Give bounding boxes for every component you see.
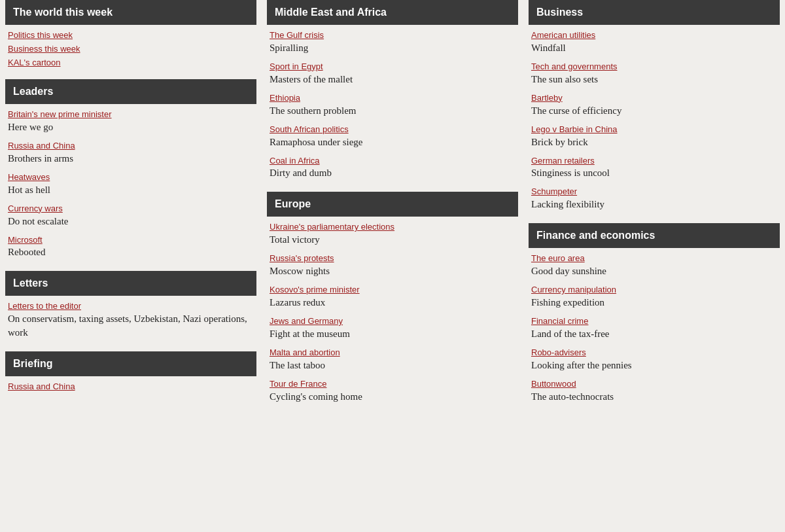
article-title: Lazarus redux bbox=[270, 296, 515, 310]
article-title: Hot as hell bbox=[8, 183, 254, 197]
article-subtitle[interactable]: Robo-advisers bbox=[531, 347, 586, 357]
section-header: Middle East and Africa bbox=[267, 0, 518, 25]
article-item: Robo-advisersLooking after the pennies bbox=[529, 347, 780, 372]
article-title: The curse of efficiency bbox=[531, 104, 777, 118]
article-subtitle[interactable]: Malta and abortion bbox=[270, 347, 340, 357]
article-title: Land of the tax-free bbox=[531, 327, 777, 341]
article-subtitle[interactable]: Letters to the editor bbox=[8, 301, 81, 311]
article-item: HeatwavesHot as hell bbox=[5, 172, 256, 197]
article-subtitle[interactable]: Russia and China bbox=[8, 141, 75, 151]
article-title: Fishing expedition bbox=[531, 296, 777, 310]
nav-link[interactable]: Politics this week bbox=[5, 30, 256, 40]
article-title: Masters of the mallet bbox=[270, 73, 515, 86]
section-0-3: BriefingRussia and China bbox=[5, 351, 256, 393]
article-item: Russia's protestsMoscow nights bbox=[267, 253, 518, 278]
article-item: Tour de FranceCycling's coming home bbox=[267, 379, 518, 404]
article-title: Brothers in arms bbox=[8, 152, 254, 166]
article-item: Lego v Barbie in ChinaBrick by brick bbox=[529, 124, 780, 149]
article-item: Currency warsDo not escalate bbox=[5, 204, 256, 228]
article-subtitle[interactable]: German retailers bbox=[531, 156, 595, 166]
article-item: BartlebyThe curse of efficiency bbox=[529, 93, 780, 118]
article-subtitle[interactable]: Currency manipulation bbox=[531, 285, 616, 294]
article-item: Britain's new prime ministerHere we go bbox=[5, 109, 256, 134]
article-subtitle[interactable]: Heatwaves bbox=[8, 172, 50, 182]
section-0-2: LettersLetters to the editorOn conservat… bbox=[5, 271, 256, 340]
article-item: Russia and ChinaBrothers in arms bbox=[5, 141, 256, 166]
article-title: The last taboo bbox=[270, 359, 515, 372]
nav-link[interactable]: KAL's cartoon bbox=[5, 58, 256, 67]
section-header: Europe bbox=[267, 192, 518, 217]
section-2-1: Finance and economicsThe euro areaGood d… bbox=[529, 223, 780, 403]
article-subtitle[interactable]: South African politics bbox=[270, 124, 349, 134]
article-title: Here we go bbox=[8, 120, 254, 134]
nav-link[interactable]: Business this week bbox=[5, 44, 256, 54]
article-subtitle[interactable]: Currency wars bbox=[8, 204, 63, 213]
article-title: Stinginess is uncool bbox=[531, 166, 777, 180]
article-title: Dirty and dumb bbox=[270, 166, 515, 180]
article-subtitle[interactable]: Bartleby bbox=[531, 93, 563, 103]
article-title: Moscow nights bbox=[270, 264, 515, 278]
article-subtitle[interactable]: Britain's new prime minister bbox=[8, 109, 112, 119]
article-title: Rebooted bbox=[8, 245, 254, 259]
article-subtitle[interactable]: Russia's protests bbox=[270, 253, 334, 263]
article-item: Ukraine's parliamentary electionsTotal v… bbox=[267, 222, 518, 247]
article-item: Malta and abortionThe last taboo bbox=[267, 347, 518, 372]
section-header: Business bbox=[529, 0, 780, 25]
column-2: BusinessAmerican utilitiesWindfallTech a… bbox=[523, 0, 785, 416]
section-1-0: Middle East and AfricaThe Gulf crisisSpi… bbox=[267, 0, 518, 180]
article-subtitle[interactable]: Russia and China bbox=[8, 381, 75, 391]
section-2-0: BusinessAmerican utilitiesWindfallTech a… bbox=[529, 0, 780, 211]
article-title: Ramaphosa under siege bbox=[270, 135, 515, 149]
article-subtitle[interactable]: Buttonwood bbox=[531, 379, 576, 389]
section-0-0: The world this weekPolitics this weekBus… bbox=[5, 0, 256, 67]
article-title: Brick by brick bbox=[531, 135, 777, 149]
article-item: Letters to the editorOn conservatism, ta… bbox=[5, 301, 256, 340]
article-item: MicrosoftRebooted bbox=[5, 235, 256, 260]
article-item: Sport in EgyptMasters of the mallet bbox=[267, 62, 518, 86]
article-item: German retailersStinginess is uncool bbox=[529, 156, 780, 181]
article-subtitle[interactable]: Tech and governments bbox=[531, 62, 618, 71]
main-layout: The world this weekPolitics this weekBus… bbox=[0, 0, 785, 416]
section-header: Letters bbox=[5, 271, 256, 296]
article-subtitle[interactable]: Financial crime bbox=[531, 316, 588, 326]
article-title: Do not escalate bbox=[8, 215, 254, 228]
article-subtitle[interactable]: Lego v Barbie in China bbox=[531, 124, 618, 134]
article-title: The southern problem bbox=[270, 104, 515, 118]
article-item: Currency manipulationFishing expedition bbox=[529, 285, 780, 310]
article-title: The sun also sets bbox=[531, 73, 777, 86]
article-subtitle[interactable]: Ethiopia bbox=[270, 93, 300, 103]
article-item: SchumpeterLacking flexibility bbox=[529, 186, 780, 211]
section-0-1: LeadersBritain's new prime ministerHere … bbox=[5, 79, 256, 259]
section-header: Finance and economics bbox=[529, 223, 780, 248]
article-title: Spiralling bbox=[270, 41, 515, 55]
article-title: Good day sunshine bbox=[531, 264, 777, 278]
article-item: The euro areaGood day sunshine bbox=[529, 253, 780, 278]
article-subtitle[interactable]: Microsoft bbox=[8, 235, 43, 245]
article-item: The Gulf crisisSpiralling bbox=[267, 30, 518, 55]
column-1: Middle East and AfricaThe Gulf crisisSpi… bbox=[262, 0, 523, 416]
article-item: Coal in AfricaDirty and dumb bbox=[267, 156, 518, 181]
column-0: The world this weekPolitics this weekBus… bbox=[0, 0, 262, 416]
section-header: Briefing bbox=[5, 351, 256, 376]
article-subtitle[interactable]: Jews and Germany bbox=[270, 316, 343, 326]
article-item: Russia and China bbox=[5, 381, 256, 393]
article-subtitle[interactable]: Sport in Egypt bbox=[270, 62, 323, 71]
article-subtitle[interactable]: Tour de France bbox=[270, 379, 326, 389]
article-subtitle[interactable]: Schumpeter bbox=[531, 186, 577, 196]
section-header: The world this week bbox=[5, 0, 256, 25]
article-subtitle[interactable]: Ukraine's parliamentary elections bbox=[270, 222, 394, 232]
article-subtitle[interactable]: American utilities bbox=[531, 30, 595, 40]
article-title: The auto-technocrats bbox=[531, 390, 777, 404]
article-item: Kosovo's prime ministerLazarus redux bbox=[267, 285, 518, 310]
article-subtitle[interactable]: The Gulf crisis bbox=[270, 30, 324, 40]
article-item: EthiopiaThe southern problem bbox=[267, 93, 518, 118]
article-subtitle[interactable]: Coal in Africa bbox=[270, 156, 320, 166]
article-subtitle[interactable]: Kosovo's prime minister bbox=[270, 285, 360, 294]
article-title: On conservatism, taxing assets, Uzbekist… bbox=[8, 312, 254, 340]
article-subtitle[interactable]: The euro area bbox=[531, 253, 585, 263]
section-1-1: EuropeUkraine's parliamentary electionsT… bbox=[267, 192, 518, 403]
article-title: Fight at the museum bbox=[270, 327, 515, 341]
article-item: American utilitiesWindfall bbox=[529, 30, 780, 55]
article-item: ButtonwoodThe auto-technocrats bbox=[529, 379, 780, 404]
article-title: Cycling's coming home bbox=[270, 390, 515, 404]
